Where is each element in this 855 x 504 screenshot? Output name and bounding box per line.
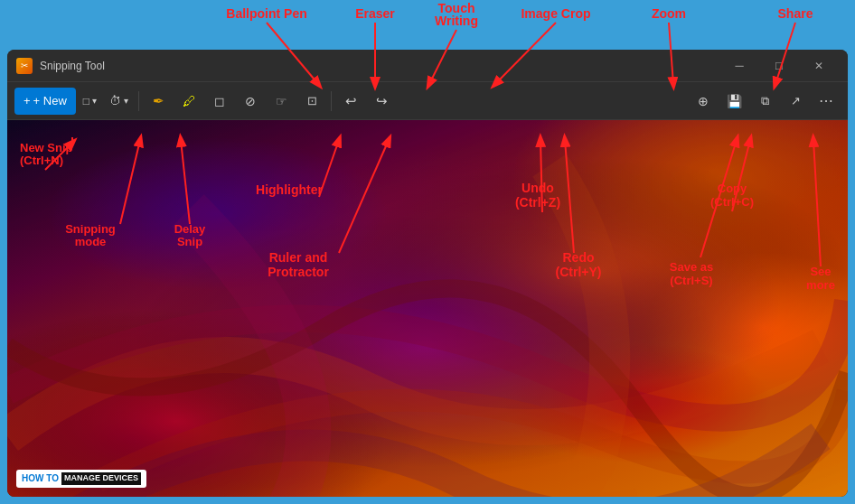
more-button[interactable]: ⋯ (812, 88, 841, 115)
redo-icon: ↪ (376, 93, 388, 109)
copy-button[interactable]: ⧉ (750, 88, 779, 115)
image-crop-button[interactable]: ⊡ (297, 88, 326, 115)
app-icon: ✂ (16, 58, 33, 74)
background-image (7, 120, 848, 497)
separator-1 (138, 91, 139, 111)
window-title: Snipping Tool (40, 60, 712, 72)
snipping-mode-button[interactable]: □ ▾ (78, 88, 102, 115)
clock-icon: ⏱ (109, 94, 121, 107)
maximize-button[interactable]: □ (759, 51, 799, 80)
mode-dropdown-icon: ▾ (92, 96, 97, 106)
title-bar: ✂ Snipping Tool ─ □ ✕ (7, 50, 848, 82)
eraser-button[interactable]: ◻ (205, 88, 234, 115)
touch-icon: ☞ (276, 94, 287, 108)
zoom-icon: ⊕ (698, 94, 709, 108)
more-icon: ⋯ (819, 92, 833, 109)
ballpoint-pen-button[interactable]: ✒ (144, 88, 173, 115)
plus-icon: + (23, 94, 31, 107)
share-icon: ↗ (791, 94, 801, 107)
touch-writing-button[interactable]: ☞ (267, 88, 296, 115)
content-area: HOW TO MANAGE DEVICES (7, 120, 848, 497)
highlighter-button[interactable]: 🖊 (174, 88, 203, 115)
new-label: + New (33, 94, 67, 107)
undo-icon: ↩ (345, 93, 357, 109)
zoom-button[interactable]: ⊕ (689, 88, 718, 115)
highlighter-icon: 🖊 (183, 93, 196, 108)
copy-icon: ⧉ (761, 94, 769, 108)
snipping-tool-window: ✂ Snipping Tool ─ □ ✕ + + New □ ▾ ⏱ (7, 50, 848, 497)
logo-manage: MANAGE DEVICES (61, 472, 141, 485)
undo-button[interactable]: ↩ (336, 88, 365, 115)
window-controls: ─ □ ✕ (719, 51, 839, 80)
logo-watermark: HOW TO MANAGE DEVICES (16, 470, 146, 488)
delay-dropdown-icon: ▾ (124, 96, 128, 106)
separator-2 (331, 91, 332, 111)
minimize-button[interactable]: ─ (719, 51, 759, 80)
delay-button[interactable]: ⏱ ▾ (104, 88, 134, 115)
logo-how: HOW TO (22, 473, 59, 484)
svg-rect-2 (7, 120, 848, 497)
save-icon: 💾 (727, 94, 742, 108)
mode-icon: □ (83, 95, 89, 107)
eraser-icon: ◻ (214, 94, 225, 108)
new-button[interactable]: + + New (14, 88, 76, 115)
toolbar: + + New □ ▾ ⏱ ▾ ✒ 🖊 (7, 82, 848, 120)
redo-button[interactable]: ↪ (367, 88, 396, 115)
ballpoint-pen-icon: ✒ (153, 93, 164, 109)
share-button[interactable]: ↗ (781, 88, 810, 115)
close-button[interactable]: ✕ (799, 51, 839, 80)
ruler-icon: ⊘ (245, 94, 256, 108)
ruler-button[interactable]: ⊘ (236, 88, 265, 115)
crop-icon: ⊡ (307, 94, 317, 107)
save-button[interactable]: 💾 (719, 88, 748, 115)
swirl-svg (7, 120, 848, 497)
screenshot-wrapper: ✂ Snipping Tool ─ □ ✕ + + New □ ▾ ⏱ (0, 0, 855, 504)
